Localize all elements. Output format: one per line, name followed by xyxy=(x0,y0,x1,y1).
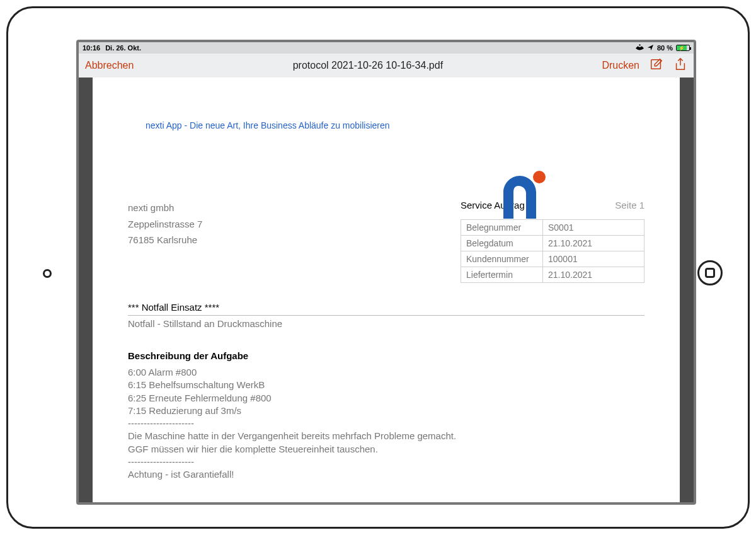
svg-rect-0 xyxy=(651,60,661,69)
screen: 10:16 Di. 26. Okt. 80 % ⚡ Abbrechen prot… xyxy=(76,40,696,505)
meta-block: Service Auftrag Seite 1 BelegnummerS0001… xyxy=(461,200,644,283)
page-number: Seite 1 xyxy=(615,200,644,210)
document-title: protocol 2021-10-26 10-16-34.pdf xyxy=(134,60,602,71)
svg-point-1 xyxy=(533,171,546,183)
wifi-icon xyxy=(636,44,644,52)
front-camera-icon xyxy=(43,269,52,278)
share-icon[interactable] xyxy=(673,57,687,74)
cancel-button[interactable]: Abbrechen xyxy=(85,60,134,71)
status-bar: 10:16 Di. 26. Okt. 80 % ⚡ xyxy=(79,42,694,54)
battery-icon: ⚡ xyxy=(676,45,690,51)
section-title: *** Notfall Einsatz **** xyxy=(128,302,644,316)
sender-city: 76185 Karlsruhe xyxy=(128,232,202,248)
nexti-logo xyxy=(497,170,547,224)
tablet-frame: 10:16 Di. 26. Okt. 80 % ⚡ Abbrechen prot… xyxy=(6,6,750,529)
table-row: BelegnummerS0001 xyxy=(461,220,644,236)
status-date: Di. 26. Okt. xyxy=(105,44,141,52)
section-subtitle: Notfall - Stillstand an Druckmaschine xyxy=(128,318,644,329)
home-button[interactable] xyxy=(697,260,723,285)
annotate-icon[interactable] xyxy=(650,57,663,74)
nav-bar: Abbrechen protocol 2021-10-26 10-16-34.p… xyxy=(79,54,694,78)
sender-name: nexti gmbh xyxy=(128,200,202,216)
document-viewer[interactable]: nexti App - Die neue Art, Ihre Business … xyxy=(79,78,694,502)
print-button[interactable]: Drucken xyxy=(602,60,639,71)
table-row: Kundennummer100001 xyxy=(461,251,644,267)
pdf-page: nexti App - Die neue Art, Ihre Business … xyxy=(93,78,680,502)
status-time: 10:16 xyxy=(83,44,100,52)
sender-address: nexti gmbh Zeppelinstrasse 7 76185 Karls… xyxy=(128,200,202,283)
table-row: Liefertermin21.10.2021 xyxy=(461,267,644,283)
table-row: Belegdatum21.10.2021 xyxy=(461,236,644,251)
tagline: nexti App - Die neue Art, Ihre Business … xyxy=(146,120,644,130)
description-heading: Beschreibung der Aufgabe xyxy=(128,350,644,361)
sender-street: Zeppelinstrasse 7 xyxy=(128,216,202,233)
description-body: 6:00 Alarm #800 6:15 Behelfsumschaltung … xyxy=(128,366,644,481)
battery-percent: 80 % xyxy=(657,44,673,52)
location-icon xyxy=(647,44,654,52)
meta-table: BelegnummerS0001 Belegdatum21.10.2021 Ku… xyxy=(461,219,644,283)
